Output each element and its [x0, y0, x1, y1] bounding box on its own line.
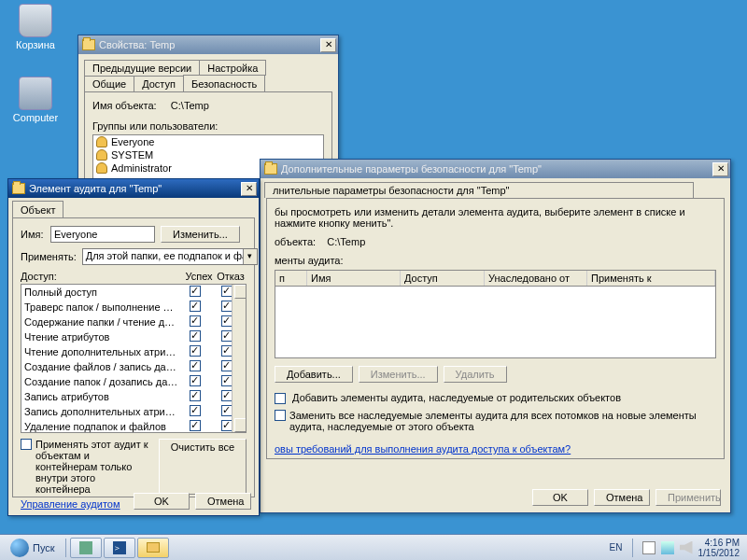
start-button[interactable]: Пуск [4, 536, 62, 560]
permission-name: Удаление подпапок и файлов [24, 421, 179, 432]
permission-name: Чтение атрибутов [24, 331, 179, 343]
success-checkbox[interactable] [190, 330, 201, 342]
user-row[interactable]: Everyone [93, 135, 323, 148]
change-principal-button[interactable]: Изменить... [161, 226, 240, 243]
start-label: Пуск [33, 542, 55, 553]
properties-title: Свойства: Temp [99, 39, 320, 50]
replace-children-checkbox[interactable] [275, 410, 286, 421]
apply-to-value: Для этой папки, ее подпапок и файлов [83, 249, 243, 264]
success-checkbox[interactable] [190, 405, 201, 416]
apply-button[interactable]: Применить [655, 489, 721, 506]
network-icon[interactable] [661, 541, 674, 554]
permission-name: Запись атрибутов [24, 391, 179, 402]
folder-icon [82, 39, 95, 50]
language-indicator[interactable]: EN [610, 542, 623, 553]
taskbar-app-powershell[interactable]: ＞ [104, 538, 135, 558]
permissions-listbox[interactable]: Полный доступТраверс папок / выполнение … [21, 284, 247, 433]
taskbar-clock[interactable]: 4:16 PM 1/15/2012 [698, 538, 740, 558]
success-checkbox[interactable] [190, 420, 201, 431]
advanced-security-window: Дополнительные параметры безопасности дл… [260, 159, 731, 513]
tab-object[interactable]: Объект [12, 201, 63, 217]
tab-sharing[interactable]: Доступ [134, 76, 184, 91]
computer-label: Computer [7, 112, 63, 123]
permission-row: Содержание папки / чтение данных [21, 315, 246, 329]
server-icon [79, 541, 92, 554]
access-header-label: Доступ: [21, 271, 183, 282]
col-name[interactable]: Имя [307, 271, 401, 286]
close-button[interactable]: ✕ [712, 162, 728, 176]
success-checkbox[interactable] [190, 375, 201, 386]
flag-icon[interactable] [642, 541, 655, 554]
cancel-button[interactable]: Отмена [195, 493, 251, 510]
taskbar-app-server-manager[interactable] [70, 538, 102, 558]
column-success: Успех [183, 271, 215, 282]
include-inherit-label: Добавить элементы аудита, наследуемые от… [292, 392, 621, 403]
permissions-scrollbar[interactable] [232, 285, 246, 432]
clear-all-button[interactable]: Очистить все [159, 439, 247, 495]
col-type[interactable]: п [275, 271, 307, 286]
user-icon [96, 136, 107, 147]
tab-customize[interactable]: Настройка [199, 60, 266, 76]
audit-entry-window: Элемент аудита для "Temp" ✕ Объект Имя: … [7, 178, 260, 516]
apply-to-label: Применять: [21, 251, 77, 262]
tab-auditing-partial[interactable]: лнительные параметры безопасности для "T… [264, 182, 694, 198]
entries-label: менты аудита: [275, 255, 716, 266]
computer-icon [19, 77, 52, 110]
permission-row: Удаление подпапок и файлов [21, 419, 246, 433]
folder-icon [12, 183, 25, 194]
advanced-panel: бы просмотреть или изменить детали элеме… [266, 198, 725, 459]
sound-icon[interactable] [680, 541, 693, 554]
cancel-button[interactable]: Отмена [594, 489, 650, 506]
tab-previous-versions[interactable]: Предыдущие версии [84, 60, 200, 76]
help-link[interactable]: овы требований для выполнения аудита дос… [275, 443, 571, 455]
properties-titlebar[interactable]: Свойства: Temp ✕ [78, 35, 338, 54]
tab-general[interactable]: Общие [84, 76, 134, 91]
desktop-icon-recycle-bin[interactable]: Корзина [7, 4, 63, 50]
add-button[interactable]: Добавить... [275, 366, 353, 383]
col-apply[interactable]: Применять к [587, 271, 715, 286]
success-checkbox[interactable] [190, 286, 201, 297]
permission-name: Запись дополнительных атрибутов [24, 406, 179, 417]
user-icon [96, 149, 107, 161]
col-access[interactable]: Доступ [401, 271, 485, 286]
permission-row: Создание файлов / запись данных [21, 359, 246, 374]
clock-time: 4:16 PM [698, 538, 740, 548]
edit-button[interactable]: Изменить... [359, 366, 438, 383]
advanced-hint: бы просмотреть или изменить детали элеме… [275, 206, 716, 229]
advanced-title: Дополнительные параметры безопасности дл… [281, 163, 712, 175]
success-checkbox[interactable] [190, 315, 201, 327]
audit-title: Элемент аудита для "Temp" [29, 183, 241, 194]
col-inherited[interactable]: Унаследовано от [485, 271, 587, 286]
permission-name: Создание папок / дозапись данных [24, 376, 179, 387]
name-label: Имя: [21, 229, 45, 240]
only-container-checkbox[interactable] [21, 439, 32, 450]
ok-button[interactable]: OK [532, 489, 588, 506]
system-tray: EN 4:16 PM 1/15/2012 [610, 538, 743, 558]
user-icon [96, 162, 107, 174]
taskbar-app-explorer[interactable] [137, 538, 169, 558]
tray-separator [632, 539, 633, 557]
tab-security[interactable]: Безопасность [183, 75, 265, 91]
obj-label: объекта: [275, 236, 316, 247]
permission-name: Траверс папок / выполнение файлов [24, 301, 179, 313]
permission-name: Полный доступ [24, 287, 179, 298]
apply-to-combobox[interactable]: Для этой папки, ее подпапок и файлов ▾ [82, 248, 258, 265]
ok-button[interactable]: OK [134, 493, 190, 510]
include-inherit-checkbox[interactable] [275, 393, 286, 404]
close-button[interactable]: ✕ [320, 38, 336, 52]
manage-audit-link[interactable]: Управление аудитом [21, 498, 120, 510]
taskbar: Пуск ＞ EN 4:16 PM 1/15/2012 [0, 534, 747, 560]
audit-titlebar[interactable]: Элемент аудита для "Temp" ✕ [8, 179, 259, 198]
audit-entries-table[interactable]: п Имя Доступ Унаследовано от Применять к [275, 270, 716, 358]
desktop-icon-computer[interactable]: Computer [7, 77, 63, 123]
success-checkbox[interactable] [190, 301, 201, 312]
taskbar-separator [65, 539, 66, 557]
success-checkbox[interactable] [190, 345, 201, 357]
success-checkbox[interactable] [190, 390, 201, 401]
permission-row: Траверс папок / выполнение файлов [21, 300, 246, 315]
permission-row: Чтение атрибутов [21, 329, 246, 344]
close-button[interactable]: ✕ [241, 182, 257, 196]
advanced-titlebar[interactable]: Дополнительные параметры безопасности дл… [261, 160, 730, 178]
success-checkbox[interactable] [190, 360, 201, 371]
remove-button[interactable]: Удалить [444, 366, 507, 383]
